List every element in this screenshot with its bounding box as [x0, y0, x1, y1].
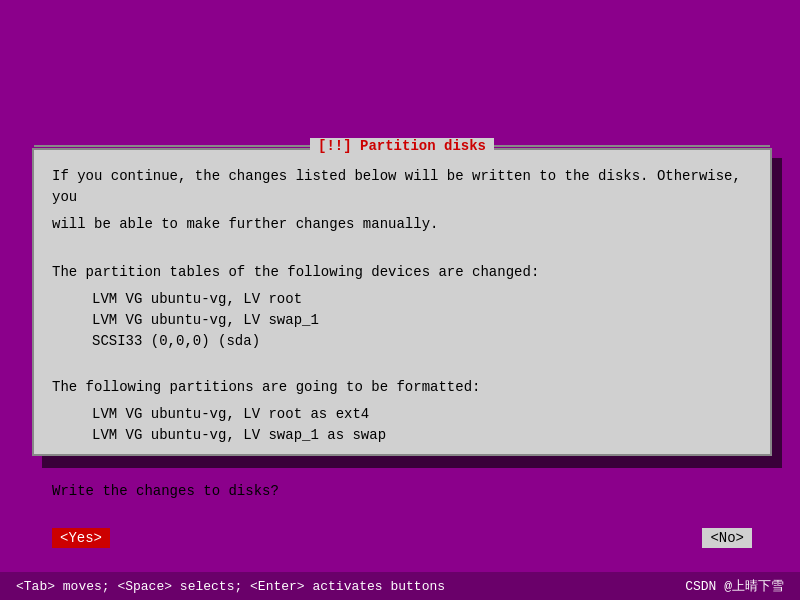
list-item: SCSI33 (0,0,0) (sda): [92, 331, 752, 352]
list-item: LVM VG ubuntu-vg, LV swap_1: [92, 310, 752, 331]
statusbar: <Tab> moves; <Space> selects; <Enter> ac…: [0, 572, 800, 600]
title-line-right: [494, 145, 770, 147]
section1-heading: The partition tables of the following de…: [52, 262, 752, 283]
list-item: LVM VG ubuntu-vg, LV root as ext4: [92, 404, 752, 425]
yes-button[interactable]: <Yes>: [52, 528, 110, 548]
list-item: LVM VG ubuntu-vg, LV root: [92, 289, 752, 310]
device-list: LVM VG ubuntu-vg, LV root LVM VG ubuntu-…: [92, 289, 752, 352]
body-line2: will be able to make further changes man…: [52, 214, 752, 235]
dialog-content: If you continue, the changes listed belo…: [34, 150, 770, 520]
body-line1: If you continue, the changes listed belo…: [52, 166, 752, 208]
no-button[interactable]: <No>: [702, 528, 752, 548]
button-row: <Yes> <No>: [34, 528, 770, 548]
dialog-title: [!!] Partition disks: [310, 138, 494, 154]
list-item: LVM VG ubuntu-vg, LV swap_1 as swap: [92, 425, 752, 446]
dialog: [!!] Partition disks If you continue, th…: [32, 148, 772, 456]
partition-list: LVM VG ubuntu-vg, LV root as ext4 LVM VG…: [92, 404, 752, 446]
statusbar-brand: CSDN @上晴下雪: [685, 577, 784, 595]
dialog-titlebar: [!!] Partition disks: [34, 138, 770, 154]
statusbar-hint: <Tab> moves; <Space> selects; <Enter> ac…: [16, 579, 445, 594]
title-line-left: [34, 145, 310, 147]
question-text: Write the changes to disks?: [52, 481, 752, 502]
section2-heading: The following partitions are going to be…: [52, 377, 752, 398]
